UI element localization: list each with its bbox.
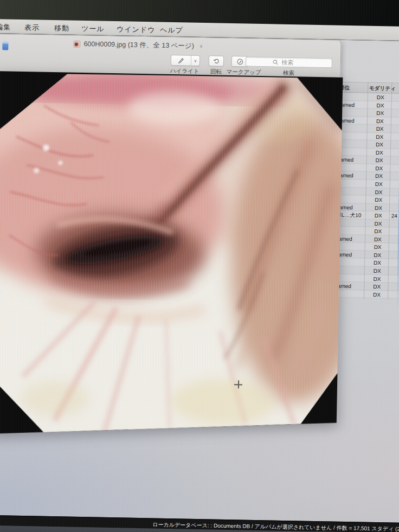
cell-modality: DX xyxy=(375,172,383,180)
pencil-icon xyxy=(171,57,191,64)
cell-modality: DX xyxy=(374,228,382,235)
rotate-icon xyxy=(213,57,220,64)
endoscopy-image[interactable] xyxy=(0,71,343,441)
highlight-button[interactable]: ∨ xyxy=(171,55,200,66)
document-thumbnail-icon xyxy=(73,40,80,47)
cell-modality: DX xyxy=(375,204,382,211)
window-title-bar: 600H0009.jpg (13 件、全 13 ページ) ∨ xyxy=(73,40,203,50)
menu-item-1[interactable]: 表示 xyxy=(24,23,40,33)
search-field[interactable] xyxy=(246,56,332,68)
crosshair-cursor xyxy=(234,380,242,388)
cell-modality: DX xyxy=(374,267,381,274)
cell-modality: DX xyxy=(374,243,382,251)
cell-modality: DX xyxy=(374,275,381,282)
cell-modality: DX xyxy=(376,141,383,148)
cell-modality: DX xyxy=(375,165,383,172)
menu-item-2[interactable]: 移動 xyxy=(54,23,69,34)
monitor-screen: 編集表示移動ツールウインドウヘルプ 部位 モダリティ piDXnamedDXpi… xyxy=(0,0,399,532)
cell-modality: DX xyxy=(375,212,382,219)
cell-modality: DX xyxy=(374,236,382,243)
search-icon xyxy=(272,59,278,65)
menu-item-4[interactable]: ウインドウ xyxy=(117,24,156,35)
rotate-button[interactable] xyxy=(209,55,224,67)
cell-modality: DX xyxy=(374,220,382,227)
cell-modality: DX xyxy=(374,252,381,259)
menu-item-3[interactable]: ツール xyxy=(81,24,105,34)
cell-modality: DX xyxy=(375,181,383,188)
cell-extra: 24 xyxy=(391,213,397,220)
menu-item-5[interactable]: ヘルプ xyxy=(160,25,183,36)
photographed-screen: 編集表示移動ツールウインドウヘルプ 部位 モダリティ piDXnamedDXpi… xyxy=(0,0,399,532)
cell-modality: DX xyxy=(373,291,381,298)
cell-modality: DX xyxy=(376,101,384,108)
title-chevron-icon[interactable]: ∨ xyxy=(200,43,203,49)
cell-modality: DX xyxy=(376,157,383,164)
cell-modality: DX xyxy=(374,259,381,266)
cell-modality: DX xyxy=(377,94,384,101)
cell-modality: DX xyxy=(376,110,384,117)
cell-modality: DX xyxy=(375,188,382,195)
cell-modality: DX xyxy=(376,133,383,140)
cell-modality: DX xyxy=(376,118,384,125)
cell-modality: DX xyxy=(376,149,383,156)
cell-modality: DX xyxy=(373,283,381,290)
menu-item-0[interactable]: 編集 xyxy=(0,22,11,33)
highlight-dropdown-chevron-icon[interactable]: ∨ xyxy=(191,56,200,66)
cell-modality: DX xyxy=(375,196,382,203)
cell-modality: DX xyxy=(376,125,384,132)
window-title: 600H0009.jpg (13 件、全 13 ページ) xyxy=(83,40,194,51)
search-input[interactable] xyxy=(280,59,305,67)
clipped-app-icon xyxy=(2,42,8,50)
markup-pen-icon xyxy=(236,58,244,65)
